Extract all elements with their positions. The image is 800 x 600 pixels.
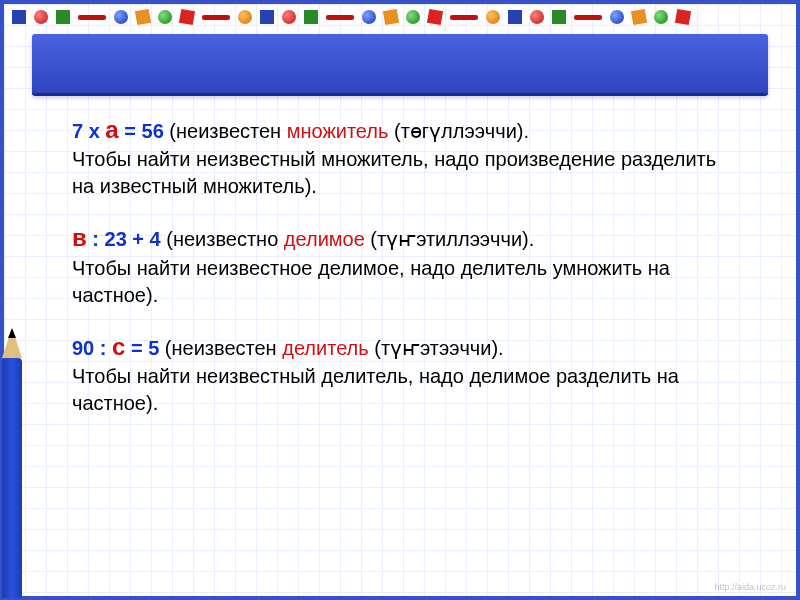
term-name: делитель: [282, 337, 368, 359]
cube-icon: [427, 9, 443, 25]
watermark-text: http://aida.ucoz.ru: [714, 582, 786, 592]
term-translit: (түҥэтээччи).: [369, 337, 504, 359]
rule-body: Чтобы найти неизвестное делимое, надо де…: [72, 257, 670, 306]
stick-icon: [574, 15, 602, 20]
cube-icon: [179, 9, 195, 25]
stick-icon: [78, 15, 106, 20]
sphere-icon: [486, 10, 500, 24]
term-translit: (түҥэтиллээччи).: [365, 228, 534, 250]
rule-block-divisor: 90 : с = 5 (неизвестен делитель (түҥэтээ…: [72, 331, 728, 417]
cube-icon: [260, 10, 274, 24]
equation-text: = 56: [119, 120, 164, 142]
equation-variable: с: [112, 333, 125, 360]
rule-open: (неизвестно: [161, 228, 284, 250]
stick-icon: [450, 15, 478, 20]
sphere-icon: [34, 10, 48, 24]
rule-block-multiplier: 7 х а = 56 (неизвестен множитель (төгүлл…: [72, 114, 728, 200]
stick-icon: [326, 15, 354, 20]
cube-icon: [135, 9, 151, 25]
term-name: множитель: [287, 120, 389, 142]
sphere-icon: [654, 10, 668, 24]
cube-icon: [304, 10, 318, 24]
cube-icon: [552, 10, 566, 24]
equation-text: 90 :: [72, 337, 112, 359]
stick-icon: [202, 15, 230, 20]
equation-variable: а: [105, 116, 118, 143]
sphere-icon: [158, 10, 172, 24]
sphere-icon: [238, 10, 252, 24]
cube-icon: [12, 10, 26, 24]
rule-block-dividend: в : 23 + 4 (неизвестно делимое (түҥэтилл…: [72, 222, 728, 308]
slide-content: 7 х а = 56 (неизвестен множитель (төгүлл…: [72, 114, 728, 566]
cube-icon: [56, 10, 70, 24]
rule-open: (неизвестен: [164, 120, 287, 142]
rule-body: Чтобы найти неизвестный множитель, надо …: [72, 148, 716, 197]
rule-body: Чтобы найти неизвестный делитель, надо д…: [72, 365, 679, 414]
sphere-icon: [362, 10, 376, 24]
cube-icon: [383, 9, 399, 25]
equation-text: = 5: [125, 337, 159, 359]
sphere-icon: [610, 10, 624, 24]
slide-frame: 7 х а = 56 (неизвестен множитель (төгүлл…: [0, 0, 800, 600]
sphere-icon: [114, 10, 128, 24]
term-translit: (төгүллээччи).: [388, 120, 529, 142]
title-bar: [32, 34, 768, 96]
top-border-shapes: [4, 4, 796, 30]
sphere-icon: [406, 10, 420, 24]
cube-icon: [675, 9, 691, 25]
pencil-icon: [2, 358, 22, 598]
equation-text: : 23 + 4: [87, 228, 161, 250]
equation-text: 7 х: [72, 120, 105, 142]
sphere-icon: [282, 10, 296, 24]
cube-icon: [508, 10, 522, 24]
term-name: делимое: [284, 228, 365, 250]
cube-icon: [631, 9, 647, 25]
equation-variable: в: [72, 224, 87, 251]
rule-open: (неизвестен: [159, 337, 282, 359]
sphere-icon: [530, 10, 544, 24]
